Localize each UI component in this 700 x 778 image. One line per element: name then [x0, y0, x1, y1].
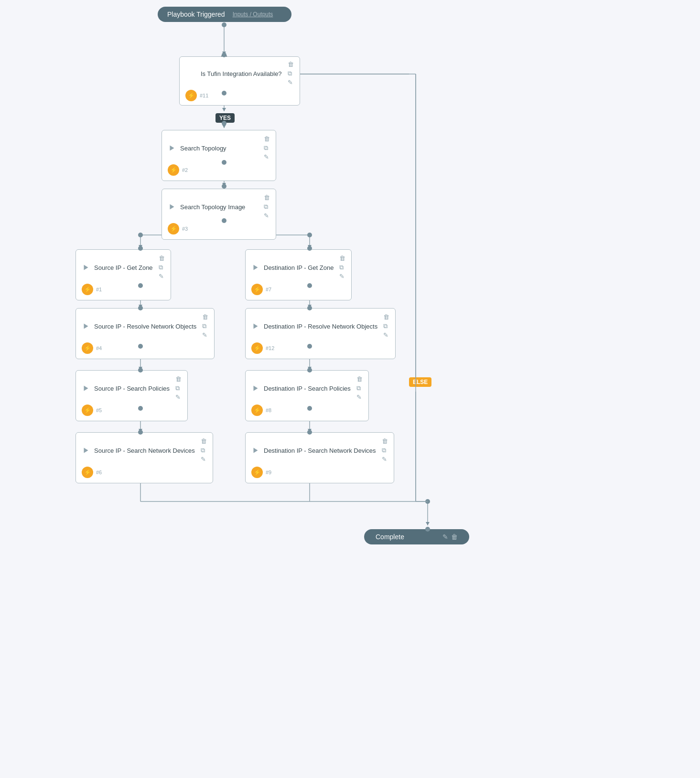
trigger-link[interactable]: Inputs / Outputs: [233, 11, 273, 18]
svg-marker-8: [222, 183, 226, 186]
dest-resolve-delete[interactable]: 🗑: [383, 313, 389, 321]
search-topology-title: Search Topology: [180, 145, 258, 152]
condition-copy-btn[interactable]: ⧉: [288, 70, 294, 78]
dest-search-devices-lightning: ⚡: [251, 467, 263, 478]
condition-lightning: ⚡: [185, 90, 197, 101]
svg-marker-37: [426, 522, 430, 525]
source-resolve-copy[interactable]: ⧉: [202, 322, 208, 330]
dest-search-devices-title: Destination IP - Search Network Devices: [264, 447, 376, 454]
source-search-devices-delete[interactable]: 🗑: [201, 437, 207, 446]
source-get-zone-delete[interactable]: 🗑: [159, 255, 165, 263]
source-search-policies-number: #5: [96, 407, 102, 413]
dest-get-zone-delete[interactable]: 🗑: [339, 255, 345, 263]
dest-resolve-number: #12: [266, 345, 274, 351]
search-topology-image-copy[interactable]: ⧉: [264, 203, 270, 211]
source-search-devices-copy[interactable]: ⧉: [201, 447, 207, 455]
dest-search-devices-copy[interactable]: ⧉: [382, 447, 388, 455]
source-search-policies-title: Source IP - Search Policies: [94, 385, 170, 392]
dest-search-policies-number: #8: [266, 407, 271, 413]
svg-marker-3: [222, 108, 226, 111]
complete-edit-btn[interactable]: ✎: [442, 533, 448, 541]
step-icon-dest-resolve: [251, 322, 260, 330]
search-topology-image-edit[interactable]: ✎: [264, 212, 270, 220]
svg-marker-41: [170, 146, 174, 151]
condition-node: Is Tufin Integration Available? 🗑 ⧉ ✎ ⚡ …: [179, 56, 300, 106]
source-get-zone-edit[interactable]: ✎: [159, 273, 165, 281]
search-topology-copy[interactable]: ⧉: [264, 144, 270, 152]
svg-point-51: [222, 22, 226, 27]
search-topology-lightning: ⚡: [168, 164, 179, 176]
source-search-devices-number: #6: [96, 469, 102, 475]
svg-point-58: [138, 233, 143, 237]
step-icon-search-topology-image: [168, 202, 176, 211]
else-badge: ELSE: [409, 377, 431, 387]
step-icon-source-search-policies: [82, 384, 90, 393]
source-search-policies-edit[interactable]: ✎: [175, 394, 182, 402]
node-source-get-zone: Source IP - Get Zone 🗑 ⧉ ✎ ⚡ #1: [75, 249, 171, 300]
svg-marker-50: [254, 448, 258, 453]
dest-get-zone-lightning: ⚡: [251, 284, 263, 295]
condition-edit-btn[interactable]: ✎: [288, 79, 294, 87]
dest-search-devices-edit[interactable]: ✎: [382, 456, 388, 464]
dest-get-zone-title: Destination IP - Get Zone: [264, 264, 334, 271]
node-search-topology-image: Search Topology Image 🗑 ⧉ ✎ ⚡ #3: [162, 189, 276, 240]
dest-get-zone-copy[interactable]: ⧉: [339, 264, 345, 272]
step-icon-search-topology: [168, 144, 176, 152]
svg-marker-12: [139, 245, 142, 248]
source-resolve-number: #4: [96, 345, 102, 351]
svg-marker-47: [84, 386, 88, 391]
source-search-policies-copy[interactable]: ⧉: [175, 384, 182, 393]
svg-marker-5: [222, 125, 226, 128]
step-icon-dest-get-zone: [251, 263, 260, 272]
dest-search-policies-title: Destination IP - Search Policies: [264, 385, 351, 392]
svg-marker-44: [254, 265, 258, 270]
condition-delete-btn[interactable]: 🗑: [288, 61, 294, 69]
svg-marker-49: [84, 448, 88, 453]
svg-point-59: [307, 233, 312, 237]
svg-marker-23: [139, 367, 142, 370]
step-icon-source-get-zone: [82, 263, 90, 272]
source-resolve-edit[interactable]: ✎: [202, 331, 208, 340]
dest-resolve-lightning: ⚡: [251, 342, 263, 354]
step-icon-dest-search-policies: [251, 384, 260, 393]
complete-delete-btn[interactable]: 🗑: [451, 533, 458, 541]
svg-marker-43: [84, 265, 88, 270]
svg-point-74: [425, 499, 430, 504]
complete-node: Complete ✎ 🗑: [364, 529, 469, 544]
search-topology-image-number: #3: [182, 226, 188, 232]
search-topology-delete[interactable]: 🗑: [264, 135, 270, 143]
dest-search-policies-edit[interactable]: ✎: [356, 394, 363, 402]
dest-search-policies-delete[interactable]: 🗑: [356, 375, 363, 384]
source-resolve-lightning: ⚡: [82, 342, 93, 354]
source-search-devices-title: Source IP - Search Network Devices: [94, 447, 195, 454]
search-topology-image-title: Search Topology Image: [180, 203, 258, 211]
step-icon-source-resolve: [82, 322, 90, 330]
dest-search-policies-copy[interactable]: ⧉: [356, 384, 363, 393]
svg-marker-29: [139, 429, 142, 432]
source-get-zone-copy[interactable]: ⧉: [159, 264, 165, 272]
dest-search-devices-number: #9: [266, 469, 271, 475]
trigger-title: Playbook Triggered: [167, 11, 225, 18]
dest-resolve-edit[interactable]: ✎: [383, 331, 389, 340]
dest-resolve-copy[interactable]: ⧉: [383, 322, 389, 330]
trigger-node: Playbook Triggered Inputs / Outputs: [158, 7, 291, 22]
svg-point-56: [222, 184, 226, 189]
node-dest-search-policies: Destination IP - Search Policies 🗑 ⧉ ✎ ⚡…: [245, 370, 369, 421]
source-resolve-delete[interactable]: 🗑: [202, 313, 208, 321]
search-topology-image-delete[interactable]: 🗑: [264, 194, 270, 202]
yes-badge: YES: [215, 113, 235, 123]
dest-get-zone-edit[interactable]: ✎: [339, 273, 345, 281]
node-source-search-devices: Source IP - Search Network Devices 🗑 ⧉ ✎…: [75, 432, 213, 483]
search-topology-edit[interactable]: ✎: [264, 153, 270, 161]
condition-number: #11: [200, 93, 208, 98]
svg-marker-48: [254, 386, 258, 391]
source-search-policies-delete[interactable]: 🗑: [175, 375, 182, 384]
node-search-topology: Search Topology 🗑 ⧉ ✎ ⚡ #2: [162, 130, 276, 181]
source-search-devices-edit[interactable]: ✎: [201, 456, 207, 464]
dest-search-devices-delete[interactable]: 🗑: [382, 437, 388, 446]
svg-marker-20: [308, 305, 312, 308]
source-get-zone-title: Source IP - Get Zone: [94, 264, 153, 271]
search-topology-number: #2: [182, 167, 188, 173]
node-source-search-policies: Source IP - Search Policies 🗑 ⧉ ✎ ⚡ #5: [75, 370, 188, 421]
node-dest-search-devices: Destination IP - Search Network Devices …: [245, 432, 394, 483]
